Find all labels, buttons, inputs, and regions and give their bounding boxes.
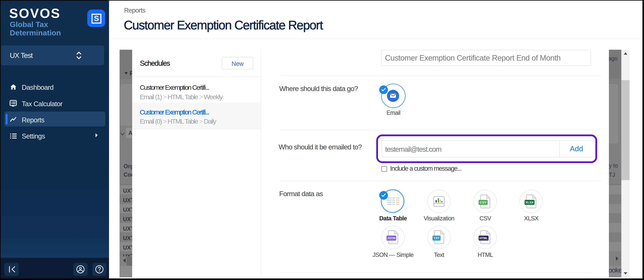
svg-text:HTML: HTML <box>480 236 488 240</box>
svg-text:XLSX: XLSX <box>526 201 534 204</box>
svg-text:TXT: TXT <box>434 236 440 240</box>
svg-text:JSON: JSON <box>387 236 396 240</box>
svg-text:CSV: CSV <box>480 200 486 204</box>
